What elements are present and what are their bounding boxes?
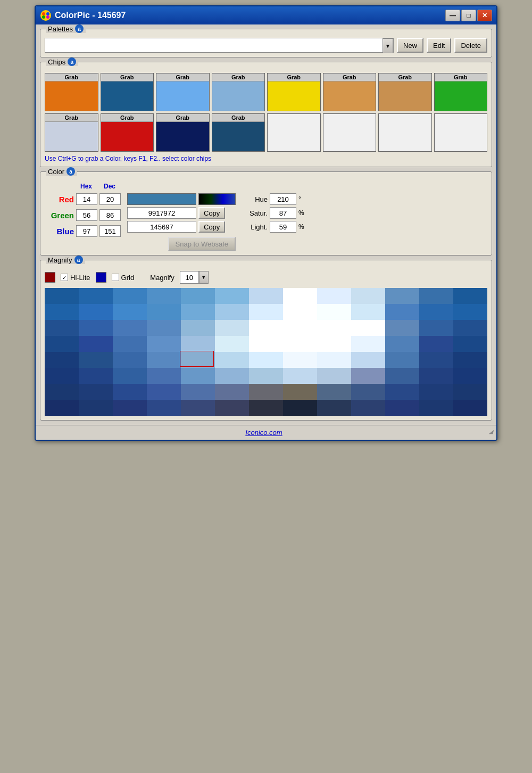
copy-button-1[interactable]: Copy — [198, 207, 225, 219]
pixel-57 — [215, 352, 249, 368]
palette-dropdown-arrow[interactable]: ▼ — [383, 38, 393, 53]
chip-color-4 — [268, 81, 320, 111]
pixel-6 — [249, 288, 283, 304]
maximize-button[interactable]: □ — [461, 10, 476, 21]
close-button[interactable]: ✕ — [477, 10, 492, 21]
hilite-checkbox[interactable]: ✓ — [61, 274, 68, 281]
chip-7[interactable]: Grab — [434, 73, 488, 111]
pixel-58 — [249, 352, 283, 368]
pixel-11 — [419, 288, 453, 304]
blue-row: Blue — [45, 225, 121, 237]
pixel-28 — [113, 320, 147, 336]
chip-grab-label-4: Grab — [268, 73, 320, 81]
new-palette-button[interactable]: New — [397, 38, 423, 53]
green-dec-input[interactable] — [99, 209, 121, 221]
hex-value2-input[interactable] — [127, 221, 196, 233]
chip-5[interactable]: Grab — [323, 73, 377, 111]
pixel-55 — [147, 352, 181, 368]
pixel-34 — [317, 320, 351, 336]
svg-point-3 — [42, 15, 45, 19]
chips-info-icon[interactable]: a — [68, 57, 76, 66]
pixel-85 — [283, 384, 317, 400]
title-controls: — □ ✕ — [445, 10, 492, 21]
grid-checkbox[interactable] — [112, 274, 119, 281]
light-unit: % — [298, 223, 304, 231]
chip-12[interactable] — [267, 113, 321, 152]
light-input[interactable] — [270, 221, 296, 233]
chip-2[interactable]: Grab — [156, 73, 210, 111]
palettes-panel: Palettes a ▼ New Edit Delete — [40, 29, 492, 57]
green-hex-input[interactable] — [76, 209, 97, 221]
minimize-button[interactable]: — — [445, 10, 460, 21]
pixel-46 — [283, 336, 317, 352]
hue-input[interactable] — [270, 193, 296, 205]
title-bar: ColorPic - 145697 — □ ✕ — [36, 6, 496, 24]
chip-color-9 — [101, 122, 154, 151]
svg-point-2 — [46, 12, 49, 15]
chip-14[interactable] — [378, 113, 432, 152]
app-icon — [40, 10, 52, 21]
pixel-21 — [317, 304, 351, 320]
pixel-97 — [249, 400, 283, 416]
chip-4[interactable]: Grab — [267, 73, 321, 111]
svg-point-1 — [42, 12, 45, 15]
websafe-button[interactable]: Snap to Websafe — [168, 237, 236, 251]
pixel-49 — [385, 336, 419, 352]
delete-palette-button[interactable]: Delete — [454, 38, 487, 53]
chip-9[interactable]: Grab — [101, 113, 154, 152]
edit-palette-button[interactable]: Edit — [427, 38, 451, 53]
pixel-32 — [249, 320, 283, 336]
footer-link[interactable]: Iconico.com — [245, 429, 282, 437]
color-info-icon[interactable]: a — [66, 167, 75, 176]
pixel-90 — [453, 384, 487, 400]
palettes-title: Palettes a — [46, 24, 86, 33]
pixel-47 — [317, 336, 351, 352]
palettes-info-icon[interactable]: a — [75, 24, 84, 33]
hex-header: Hex — [76, 183, 97, 190]
pixel-24 — [419, 304, 453, 320]
pixel-83 — [215, 384, 249, 400]
content-area: Palettes a ▼ New Edit Delete Chips a Gra — [36, 24, 496, 425]
chip-6[interactable]: Grab — [378, 73, 432, 111]
magnify-info-icon[interactable]: a — [74, 256, 83, 264]
pixel-0 — [45, 288, 79, 304]
magnify-dropdown-button[interactable]: ▼ — [199, 271, 209, 284]
grid-label: Grid — [121, 274, 135, 282]
chip-13[interactable] — [323, 113, 377, 152]
pixel-63 — [419, 352, 453, 368]
color-panel: Color a Hex Dec Red — [40, 171, 492, 256]
copy-button-2[interactable]: Copy — [198, 221, 225, 233]
satur-input[interactable] — [270, 207, 296, 219]
resize-grip[interactable]: ◢ — [489, 429, 493, 434]
hex-value1-input[interactable] — [127, 207, 196, 219]
pixel-8 — [317, 288, 351, 304]
chip-0[interactable]: Grab — [45, 73, 98, 111]
pixel-40 — [79, 336, 113, 352]
pixel-64 — [453, 352, 487, 368]
chip-15[interactable] — [434, 113, 488, 152]
chip-8[interactable]: Grab — [45, 113, 98, 152]
chip-1[interactable]: Grab — [101, 73, 154, 111]
footer: Iconico.com ◢ — [36, 425, 496, 440]
chips-title: Chips a — [46, 57, 78, 66]
pixel-43 — [181, 336, 215, 352]
pixel-75 — [385, 368, 419, 384]
chip-11[interactable]: Grab — [212, 113, 265, 152]
pixel-80 — [113, 384, 147, 400]
chip-10[interactable]: Grab — [156, 113, 210, 152]
red-label: Red — [45, 195, 74, 204]
pixel-91 — [45, 400, 79, 416]
chip-3[interactable]: Grab — [212, 73, 265, 111]
pixel-10 — [385, 288, 419, 304]
pixel-74 — [351, 368, 385, 384]
palette-dropdown-input[interactable] — [45, 38, 383, 52]
pixel-100 — [351, 400, 385, 416]
chip-grab-label-1: Grab — [101, 73, 154, 81]
grid-color-swatch — [96, 272, 106, 283]
blue-hex-input[interactable] — [76, 225, 97, 237]
pixel-52 — [45, 352, 79, 368]
blue-dec-input[interactable] — [99, 225, 121, 237]
red-hex-input[interactable] — [76, 193, 97, 205]
pixel-17 — [181, 304, 215, 320]
red-dec-input[interactable] — [99, 193, 121, 205]
